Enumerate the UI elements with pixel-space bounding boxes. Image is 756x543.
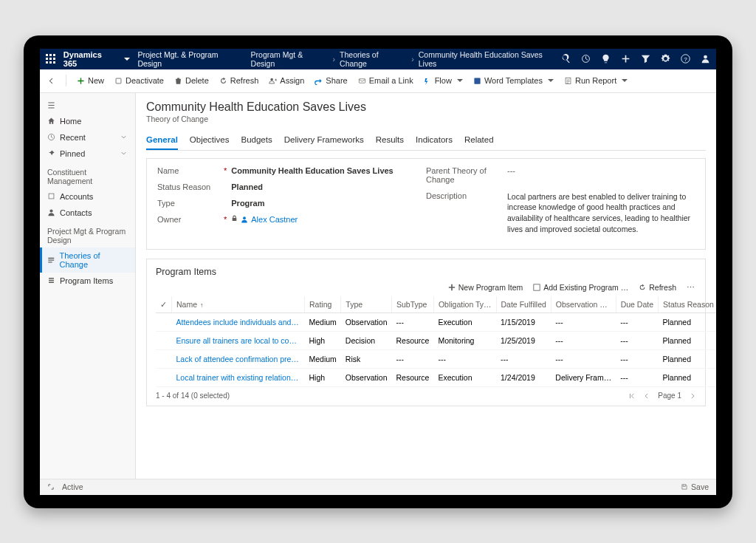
col-obligation[interactable]: Obligation Ty… xyxy=(433,296,496,313)
cell-status-reason: Planned xyxy=(659,350,716,369)
sidebar-item-theories[interactable]: Theories of Change xyxy=(40,247,135,273)
sidebar-item-accounts[interactable]: Accounts xyxy=(40,188,135,205)
cell-date-fulfilled: 1/24/2019 xyxy=(496,369,551,387)
assign-button[interactable]: Assign xyxy=(269,76,304,85)
search-icon[interactable] xyxy=(561,54,571,64)
filter-icon[interactable] xyxy=(641,54,650,64)
prev-page-icon[interactable] xyxy=(643,392,650,400)
add-existing-button[interactable]: Add Existing Program … xyxy=(533,283,628,292)
back-icon[interactable] xyxy=(47,77,55,85)
breadcrumb-item[interactable]: Community Health Education Saves Lives xyxy=(419,50,561,68)
field-value-parent[interactable]: --- xyxy=(507,166,515,184)
sidebar-item-home[interactable]: Home xyxy=(40,113,135,129)
tab-objectives[interactable]: Objectives xyxy=(190,131,230,150)
subgrid-program-items: Program Items New Program Item Add Exist… xyxy=(146,259,706,406)
refresh-subgrid-button[interactable]: Refresh xyxy=(639,283,676,292)
save-button[interactable]: Save xyxy=(681,482,709,491)
email-link-button[interactable]: Email a Link xyxy=(358,76,413,85)
help-icon[interactable]: ? xyxy=(681,54,690,64)
chevron-down-icon[interactable] xyxy=(124,58,130,61)
cell-name[interactable]: Attendees include individuals and educat… xyxy=(172,313,305,332)
cell-observation: --- xyxy=(551,332,616,350)
delete-button[interactable]: Delete xyxy=(174,76,209,85)
program-items-table: ✓ Name↑ Rating Type SubType Obligation T… xyxy=(156,296,716,387)
app-area-label[interactable]: Project Mgt. & Program Design xyxy=(137,50,243,68)
first-page-icon[interactable] xyxy=(628,392,636,400)
col-rating[interactable]: Rating xyxy=(305,296,341,313)
field-value-status-reason[interactable]: Planned xyxy=(231,182,263,191)
cell-type: Decision xyxy=(341,332,392,350)
cell-observation: --- xyxy=(551,350,616,369)
sidebar-item-program-items[interactable]: Program Items xyxy=(40,273,135,289)
col-name[interactable]: Name↑ xyxy=(172,296,305,313)
flow-button[interactable]: Flow xyxy=(424,76,463,85)
share-button[interactable]: Share xyxy=(315,76,347,85)
cell-obligation: Execution xyxy=(433,369,496,387)
save-label: Save xyxy=(691,482,709,491)
field-value-name[interactable]: Community Health Education Saves Lives xyxy=(231,166,393,175)
breadcrumb-item[interactable]: Program Mgt & Design xyxy=(251,50,329,68)
cell-rating: High xyxy=(305,369,341,387)
brand-name[interactable]: Dynamics 365 xyxy=(63,50,117,68)
col-select[interactable]: ✓ xyxy=(156,296,172,313)
table-row[interactable]: Ensure all trainers are local to context… xyxy=(156,332,716,350)
record-subtitle: Theory of Change xyxy=(146,115,706,123)
cell-name[interactable]: Lack of attendee confirmation pre-sessio… xyxy=(172,350,305,369)
col-due-date[interactable]: Due Date xyxy=(616,296,658,313)
tab-delivery-frameworks[interactable]: Delivery Frameworks xyxy=(284,131,364,150)
deactivate-button[interactable]: Deactivate xyxy=(114,76,164,85)
plus-icon[interactable] xyxy=(621,54,630,64)
sidebar-item-contacts[interactable]: Contacts xyxy=(40,205,135,221)
chevron-down-icon xyxy=(548,79,554,82)
col-type[interactable]: Type xyxy=(341,296,392,313)
chevron-down-icon xyxy=(457,79,463,82)
next-page-icon[interactable] xyxy=(689,392,696,400)
refresh-button[interactable]: Refresh xyxy=(219,76,259,85)
cell-due-date: --- xyxy=(616,313,658,332)
app-launcher-icon[interactable] xyxy=(46,54,56,64)
col-subtype[interactable]: SubType xyxy=(391,296,433,313)
svg-point-11 xyxy=(49,209,52,212)
sidebar-label: Pinned xyxy=(60,149,85,158)
breadcrumb-separator: › xyxy=(333,55,336,64)
chevron-down-icon[interactable] xyxy=(120,149,128,157)
table-row[interactable]: Attendees include individuals and educat… xyxy=(156,313,716,332)
tab-budgets[interactable]: Budgets xyxy=(241,131,272,150)
cell-name[interactable]: Ensure all trainers are local to context… xyxy=(172,332,305,350)
cell-name[interactable]: Local trainer with existing relationship… xyxy=(172,369,305,387)
task-icon[interactable] xyxy=(581,54,591,64)
cell-obligation: --- xyxy=(433,350,496,369)
col-date-fulfilled[interactable]: Date Fulfilled xyxy=(496,296,551,313)
person-icon[interactable] xyxy=(701,54,710,64)
svg-point-12 xyxy=(243,216,246,219)
table-row[interactable]: Local trainer with existing relationship… xyxy=(156,369,716,387)
run-report-button[interactable]: Run Report xyxy=(564,76,628,85)
col-status-reason[interactable]: Status Reason xyxy=(659,296,716,313)
word-templates-button[interactable]: Word Templates xyxy=(473,76,554,85)
new-program-item-button[interactable]: New Program Item xyxy=(448,283,523,292)
tab-indicators[interactable]: Indicators xyxy=(416,131,453,150)
new-button[interactable]: New xyxy=(77,76,104,85)
sidebar-item-pinned[interactable]: Pinned xyxy=(40,146,135,162)
field-label-status-reason: Status Reason xyxy=(157,182,224,191)
table-row[interactable]: Lack of attendee confirmation pre-sessio… xyxy=(156,350,716,369)
sidebar-collapse-button[interactable] xyxy=(40,98,135,113)
cell-status-reason: Planned xyxy=(659,369,716,387)
breadcrumb-item[interactable]: Theories of Change xyxy=(340,50,407,68)
field-label-owner: Owner xyxy=(157,215,224,224)
tab-related[interactable]: Related xyxy=(464,131,494,150)
page-label: Page 1 xyxy=(658,392,681,400)
field-value-type[interactable]: Program xyxy=(231,199,264,208)
tab-results[interactable]: Results xyxy=(376,131,404,150)
col-observation[interactable]: Observation … xyxy=(551,296,616,313)
lightbulb-icon[interactable] xyxy=(601,54,611,64)
tab-general[interactable]: General xyxy=(146,131,178,150)
more-commands-button[interactable]: ⋯ xyxy=(687,283,696,292)
chevron-down-icon[interactable] xyxy=(120,133,128,141)
gear-icon[interactable] xyxy=(661,54,670,64)
sidebar-item-recent[interactable]: Recent xyxy=(40,129,135,146)
expand-icon[interactable] xyxy=(47,483,55,491)
svg-rect-13 xyxy=(534,284,540,290)
field-value-owner[interactable]: Alex Castner xyxy=(241,215,298,224)
field-value-description[interactable]: Local partners are best enabled to deliv… xyxy=(507,191,695,235)
